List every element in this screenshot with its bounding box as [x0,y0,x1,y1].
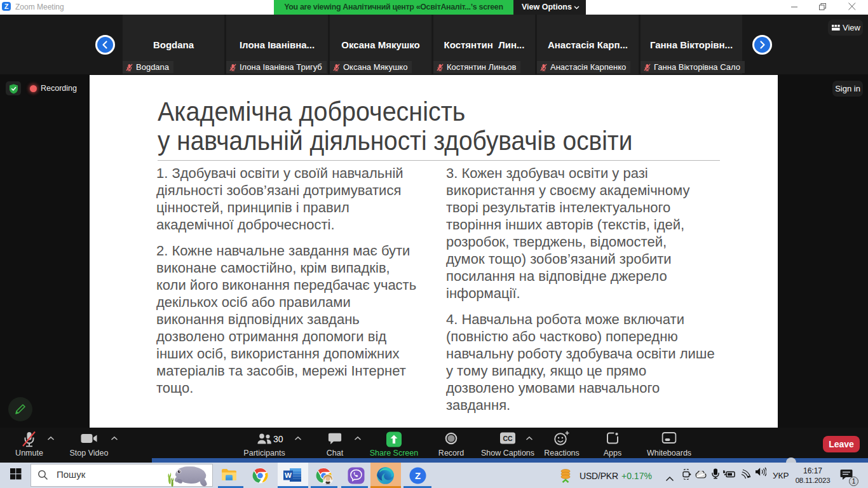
svg-text:Z: Z [415,470,421,481]
svg-text:CC: CC [503,435,513,442]
svg-text:W: W [285,471,292,479]
